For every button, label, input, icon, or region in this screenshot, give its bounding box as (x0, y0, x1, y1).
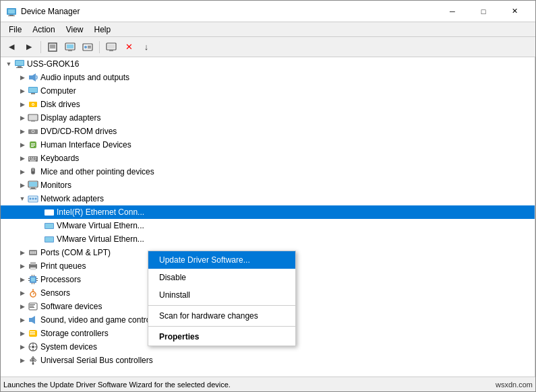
svg-rect-95 (30, 331, 35, 333)
monitors-expand[interactable]: ▶ (17, 180, 28, 191)
ports-expand[interactable]: ▶ (17, 247, 28, 258)
system-expand[interactable]: ▶ (17, 341, 28, 352)
disk-label: Disk drives (40, 100, 80, 109)
svg-point-60 (35, 198, 37, 200)
svg-rect-65 (45, 224, 53, 228)
print-icon (28, 261, 38, 271)
svg-point-35 (32, 131, 34, 132)
keyboard-icon (28, 153, 38, 164)
software-expand[interactable]: ▶ (17, 301, 28, 312)
network-icon (28, 193, 38, 204)
app-icon (6, 6, 17, 17)
print-expand[interactable]: ▶ (17, 261, 28, 271)
system-icon (28, 341, 38, 352)
svg-rect-48 (30, 160, 36, 162)
audio-icon (28, 72, 38, 83)
svg-rect-67 (45, 237, 53, 242)
window-controls: ─ □ ✕ (437, 1, 530, 22)
svg-rect-96 (30, 333, 35, 335)
update-driver-button[interactable] (62, 39, 78, 55)
tree-item-computer[interactable]: ▶ Computer (1, 84, 535, 98)
usb-expand[interactable]: ▶ (17, 355, 28, 366)
adapter-icon1 (44, 207, 55, 218)
tree-item-usb[interactable]: ▶ Universal Serial Bus controllers (1, 354, 535, 367)
sound-expand[interactable]: ▶ (17, 315, 28, 325)
vmware2-label: VMware Virtual Ethern... (57, 234, 144, 244)
tree-item-keyboards[interactable]: ▶ Keyboards (1, 152, 535, 165)
tree-item-audio[interactable]: ▶ Audio inputs and outputs (1, 71, 535, 84)
ctx-uninstall[interactable]: Uninstall (148, 286, 295, 304)
system-label: System devices (40, 342, 97, 352)
svg-rect-63 (46, 214, 49, 216)
ctx-scan-changes[interactable]: Scan for hardware changes (148, 307, 295, 325)
display-label: Display adapters (40, 113, 100, 123)
storage-icon (28, 328, 38, 339)
close-button[interactable]: ✕ (499, 1, 530, 22)
mice-expand[interactable]: ▶ (17, 166, 28, 177)
tree-item-vmware2[interactable]: ▶ VMware Virtual Ethern... (1, 232, 535, 246)
menu-file[interactable]: File (3, 24, 27, 36)
forward-button[interactable]: ▶ (21, 39, 37, 55)
storage-label: Storage controllers (40, 329, 109, 338)
svg-rect-79 (32, 283, 32, 284)
tree-item-dvd[interactable]: ▶ DVD/CD-ROM drives (1, 125, 535, 138)
tree-root[interactable]: ▼ USS-GROK16 (1, 57, 535, 71)
svg-rect-41 (29, 157, 30, 158)
maximize-button[interactable]: □ (468, 1, 499, 22)
vmware1-label: VMware Virtual Ethern... (57, 221, 144, 230)
menu-action[interactable]: Action (27, 24, 60, 36)
tree-item-network[interactable]: ▼ Network adapters (1, 192, 535, 205)
storage-expand[interactable]: ▶ (17, 328, 28, 339)
ctx-update-driver[interactable]: Update Driver Software... (148, 251, 295, 269)
tree-item-intel[interactable]: ▶ Intel(R) Ethernet Conn... (1, 205, 535, 219)
processors-expand[interactable]: ▶ (17, 274, 28, 285)
mouse-icon (28, 166, 38, 177)
computer-icon (14, 59, 25, 69)
software-label: Software devices (40, 302, 102, 311)
root-expand[interactable]: ▼ (3, 59, 14, 69)
tree-item-display[interactable]: ▶ Display adapters (1, 111, 535, 125)
svg-rect-73 (30, 262, 36, 265)
svg-point-12 (84, 46, 87, 48)
network-expand[interactable]: ▼ (17, 193, 28, 204)
help-button[interactable]: ↓ (138, 39, 154, 55)
svg-rect-19 (16, 61, 24, 65)
display-button[interactable] (103, 39, 119, 55)
sensors-expand[interactable]: ▶ (17, 288, 28, 298)
back-button[interactable]: ◀ (3, 39, 20, 55)
tree-item-monitors[interactable]: ▶ Monitors (1, 178, 535, 192)
hid-expand[interactable]: ▶ (17, 139, 28, 150)
tree-item-hid[interactable]: ▶ Human Interface Devices (1, 138, 535, 152)
root-label: USS-GROK16 (27, 59, 79, 69)
disk-expand[interactable]: ▶ (17, 99, 28, 110)
svg-rect-16 (108, 44, 115, 48)
svg-rect-90 (30, 306, 34, 306)
svg-rect-74 (30, 267, 36, 270)
mice-label: Mice and other pointing devices (40, 167, 154, 176)
menu-view[interactable]: View (61, 24, 89, 36)
svg-rect-55 (30, 189, 36, 189)
menu-help[interactable]: Help (89, 24, 117, 36)
keyboards-expand[interactable]: ▶ (17, 153, 28, 164)
svg-rect-47 (35, 159, 36, 160)
svg-rect-10 (68, 50, 72, 51)
context-menu: Update Driver Software... Disable Uninst… (148, 251, 296, 346)
display-expand[interactable]: ▶ (17, 112, 28, 123)
ctx-properties[interactable]: Properties (148, 328, 295, 346)
tree-item-mice[interactable]: ▶ Mice and other pointing devices (1, 165, 535, 178)
tree-item-vmware1[interactable]: ▶ VMware Virtual Ethern... (1, 219, 535, 232)
computer-expand[interactable]: ▶ (17, 86, 28, 96)
scan-changes-button[interactable] (80, 39, 96, 55)
tree-item-disk[interactable]: ▶ Disk drives (1, 98, 535, 111)
svg-rect-13 (88, 46, 91, 46)
disk-icon (28, 99, 38, 110)
audio-expand[interactable]: ▶ (17, 72, 28, 83)
vmware1-icon (44, 220, 55, 231)
disable-button[interactable]: ✕ (121, 39, 137, 55)
ctx-disable[interactable]: Disable (148, 269, 295, 286)
svg-rect-77 (32, 275, 32, 276)
dvd-expand[interactable]: ▶ (17, 126, 28, 137)
properties-button[interactable] (44, 39, 61, 55)
minimize-button[interactable]: ─ (437, 1, 468, 22)
svg-rect-4 (49, 43, 57, 51)
